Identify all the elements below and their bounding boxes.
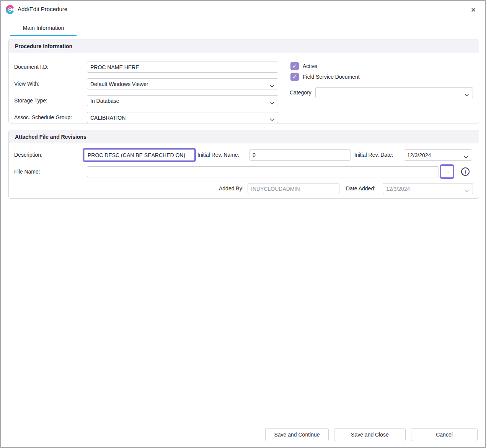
info-icon[interactable]: i xyxy=(461,167,470,176)
view-with-dropdown[interactable]: Default Windows Viewer xyxy=(87,78,278,89)
initial-rev-name-label: Initial Rev. Name: xyxy=(197,149,239,161)
added-by-label: Added By: xyxy=(219,183,244,194)
procedure-information-header: Procedure Information xyxy=(9,39,479,53)
assoc-schedule-group-value: CALIBRATION xyxy=(90,115,126,121)
cancel-label-post: ancel xyxy=(440,432,452,438)
app-logo-icon xyxy=(5,5,15,14)
category-dropdown[interactable] xyxy=(315,87,473,98)
chevron-down-icon xyxy=(270,83,274,89)
save-and-continue-label-post: tinue xyxy=(308,432,320,438)
save-and-continue-mnemonic: n xyxy=(305,432,308,438)
description-highlight xyxy=(83,148,196,162)
active-checkbox-label: Active xyxy=(303,62,317,70)
field-service-document-checkbox[interactable]: ✓ xyxy=(290,73,299,81)
document-id-label: Document I.D: xyxy=(14,62,48,73)
category-label: Category xyxy=(290,87,311,98)
view-with-value: Default Windows Viewer xyxy=(90,81,148,87)
initial-rev-date-value: 12/3/2024 xyxy=(407,152,431,158)
active-checkbox[interactable]: ✓ xyxy=(290,62,299,70)
assoc-schedule-group-dropdown[interactable]: CALIBRATION xyxy=(87,112,278,123)
chevron-down-icon xyxy=(465,91,469,97)
chevron-down-icon xyxy=(270,116,274,122)
document-id-input[interactable] xyxy=(87,62,278,73)
browse-file-button[interactable]: ... xyxy=(441,166,453,177)
attached-file-header: Attached File and Revisions xyxy=(9,130,479,143)
date-added-label: Date Added: xyxy=(346,183,375,194)
chevron-down-icon xyxy=(270,99,274,106)
cancel-button[interactable]: Cancel xyxy=(411,428,478,441)
date-added-dropdown: 12/3/2024 xyxy=(383,183,473,194)
description-label: Description: xyxy=(14,149,42,161)
description-input[interactable] xyxy=(84,149,194,161)
cancel-mnemonic: C xyxy=(436,432,440,438)
date-added-value: 12/3/2024 xyxy=(386,186,410,192)
panel-vertical-divider xyxy=(285,53,285,123)
browse-highlight: ... xyxy=(440,164,454,179)
storage-type-value: In Database xyxy=(90,98,119,104)
file-name-input[interactable] xyxy=(87,166,439,177)
storage-type-label: Storage Type: xyxy=(14,95,47,106)
chevron-down-icon xyxy=(464,154,468,160)
field-service-document-checkbox-label: Field Service Document xyxy=(303,73,360,81)
view-with-label: View With: xyxy=(14,78,39,89)
storage-type-dropdown[interactable]: In Database xyxy=(87,95,278,106)
assoc-schedule-group-label: Assoc. Schedule Group: xyxy=(14,112,72,123)
file-name-label: File Name: xyxy=(14,166,40,177)
save-and-close-button[interactable]: Save and Close xyxy=(334,428,406,441)
save-and-close-label-post: ave and Close xyxy=(354,432,389,438)
add-edit-procedure-dialog: Add/Edit Procedure ✕ Main Information Pr… xyxy=(0,0,486,448)
added-by-input xyxy=(248,183,339,194)
dialog-title: Add/Edit Procedure xyxy=(18,6,67,12)
save-and-continue-label-pre: Save and Co xyxy=(274,432,305,438)
initial-rev-date-label: Initial Rev. Date: xyxy=(354,149,393,161)
save-and-continue-button[interactable]: Save and Continue xyxy=(265,428,329,441)
chevron-down-icon xyxy=(465,187,469,193)
initial-rev-name-input[interactable] xyxy=(249,149,351,161)
tab-main-information[interactable]: Main Information xyxy=(10,25,77,36)
close-icon[interactable]: ✕ xyxy=(468,5,478,15)
save-and-close-mnemonic: S xyxy=(351,432,354,438)
initial-rev-date-dropdown[interactable]: 12/3/2024 xyxy=(404,149,472,161)
